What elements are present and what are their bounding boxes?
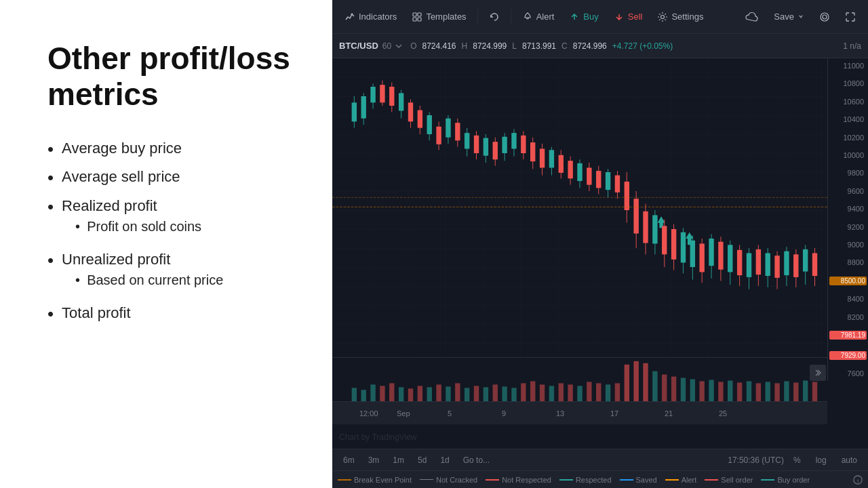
svg-rect-158 (766, 382, 770, 401)
timeframe-1m-button[interactable]: 1m (387, 454, 410, 466)
timeframe: 60 (382, 41, 391, 51)
svg-rect-146 (652, 371, 657, 401)
symbol-info: BTC/USD 60 (339, 41, 402, 51)
svg-rect-89 (709, 239, 713, 266)
svg-rect-107 (793, 254, 798, 277)
cloud-icon (745, 12, 759, 22)
bottom-bar: 6m 3m 1m 5d 1d Go to... 17:50:36 (UTC) %… (332, 449, 868, 470)
price-scale: 11000 10800 10600 10400 10200 10000 9800… (827, 58, 868, 381)
svg-rect-142 (615, 383, 620, 401)
legend-line-icon (620, 479, 633, 481)
auto-button[interactable]: auto (836, 454, 863, 466)
chart-watermark: Chart by TradingView (339, 432, 417, 442)
layout-settings-button[interactable] (812, 8, 837, 26)
svg-rect-111 (812, 253, 817, 276)
legend-bar: Break Even Point Not Cracked Not Respect… (332, 470, 868, 488)
svg-rect-115 (361, 390, 366, 401)
svg-rect-95 (737, 250, 742, 275)
svg-rect-31 (446, 119, 450, 138)
svg-rect-133 (530, 381, 535, 401)
svg-rect-134 (540, 384, 545, 401)
svg-rect-121 (418, 386, 422, 401)
svg-rect-162 (803, 380, 808, 401)
low-price: 8713.991 (522, 41, 556, 51)
templates-button[interactable]: Templates (405, 8, 473, 26)
svg-rect-150 (690, 380, 695, 401)
collapse-panel-button[interactable] (810, 365, 826, 381)
settings-button[interactable]: Settings (650, 8, 710, 26)
templates-icon (412, 12, 422, 22)
bar-replay: 1 n/a (843, 41, 861, 51)
svg-rect-43 (502, 137, 507, 153)
price-bar: BTC/USD 60 O 8724.416 H 8724.999 L 8713.… (332, 34, 868, 58)
sub-bullet-text: Based on current price (87, 272, 223, 288)
svg-rect-144 (633, 361, 638, 401)
svg-rect-93 (728, 245, 732, 272)
svg-rect-85 (690, 241, 695, 267)
cloud-icon-button[interactable] (738, 8, 766, 26)
fullscreen-button[interactable] (838, 8, 863, 26)
goto-button[interactable]: Go to... (458, 454, 495, 466)
bullet-text: Realized profit (62, 197, 157, 214)
svg-rect-27 (427, 115, 432, 134)
price-tick: 10600 (829, 98, 867, 106)
svg-rect-51 (540, 148, 545, 167)
svg-rect-157 (756, 383, 761, 401)
svg-rect-128 (484, 387, 488, 401)
sell-button[interactable]: Sell (607, 8, 650, 26)
svg-rect-122 (427, 387, 432, 401)
time-label: 25 (719, 409, 727, 418)
time-label: Sep (397, 409, 410, 418)
price-tick: 8500.00 (829, 277, 867, 285)
svg-rect-49 (530, 142, 535, 161)
price-tick: 8800 (829, 258, 867, 266)
alert-button[interactable]: Alert (515, 8, 561, 26)
timeframe-5d-button[interactable]: 5d (412, 454, 432, 466)
timeframe-1d-button[interactable]: 1d (435, 454, 454, 466)
svg-rect-53 (549, 150, 554, 167)
indicators-button[interactable]: Indicators (338, 8, 403, 26)
legend-break-even: Break Even Point (338, 476, 412, 484)
legend-line-icon (761, 479, 774, 481)
price-change: +4.727 (+0.05%) (612, 41, 673, 51)
svg-rect-78 (662, 226, 667, 254)
buy-button[interactable]: Buy (562, 8, 605, 26)
time-axis: 12:00 Sep 5 9 13 17 21 25 (332, 401, 827, 424)
svg-rect-33 (455, 123, 460, 140)
chart-area: 11000 10800 10600 10400 10200 10000 9800… (332, 58, 868, 449)
svg-rect-37 (474, 136, 479, 153)
svg-rect-136 (559, 383, 564, 401)
svg-rect-19 (389, 87, 394, 106)
fullscreen-icon (845, 12, 856, 22)
list-item-unrealized: Unrealized profit Based on current price (47, 251, 298, 295)
svg-rect-21 (399, 93, 403, 110)
svg-point-7 (821, 13, 829, 21)
legend-not-respected: Not Respected (486, 476, 551, 484)
price-tick: 9400 (829, 205, 867, 213)
sell-icon (614, 12, 625, 22)
log-button[interactable]: log (810, 454, 832, 466)
svg-rect-39 (484, 138, 488, 156)
undo-button[interactable] (482, 8, 507, 26)
price-tick: 7981.19 (829, 331, 867, 340)
svg-rect-130 (502, 386, 507, 401)
timeframe-3m-button[interactable]: 3m (363, 454, 385, 466)
svg-rect-139 (587, 382, 591, 401)
svg-rect-129 (493, 384, 498, 401)
svg-rect-13 (361, 96, 366, 119)
alert-icon (522, 12, 533, 22)
sub-list-realized: Profit on sold coins (62, 219, 201, 235)
save-button[interactable]: Save (767, 8, 811, 25)
svg-rect-11 (352, 102, 357, 121)
price-tick: 9600 (829, 187, 867, 195)
svg-rect-23 (408, 102, 413, 121)
separator (477, 9, 478, 25)
svg-rect-82 (681, 232, 686, 263)
svg-rect-126 (465, 388, 469, 401)
svg-rect-148 (671, 377, 676, 401)
list-item-realized: Realized profit Profit on sold coins (47, 197, 298, 241)
percent-button[interactable]: % (788, 454, 806, 466)
timeframe-6m-button[interactable]: 6m (338, 454, 360, 466)
timeframe-dropdown-icon[interactable] (395, 43, 402, 49)
list-item-avg-sell: Average sell price (47, 168, 298, 188)
